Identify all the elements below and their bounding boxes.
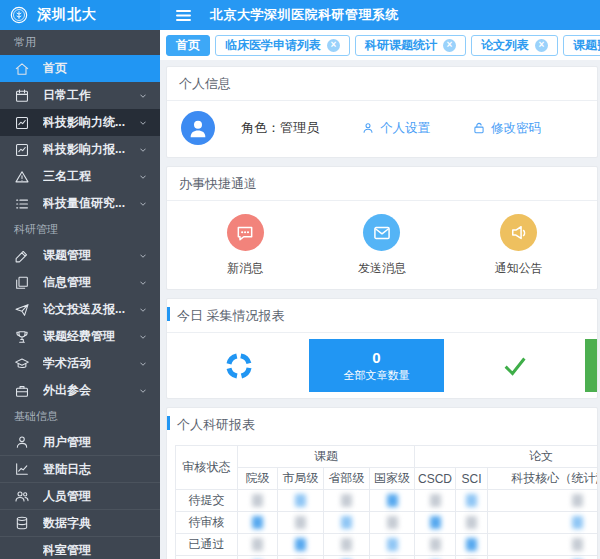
report-cell[interactable] — [324, 490, 370, 512]
tab-close-icon[interactable]: × — [327, 39, 340, 52]
sidebar-item-home[interactable]: 首页 — [0, 55, 160, 82]
quick-actions-row: 新消息发送消息通知公告 — [167, 201, 597, 289]
report-cell[interactable] — [278, 490, 324, 512]
database-icon — [14, 515, 30, 531]
sidebar-item-login-log[interactable]: 登陆日志 — [0, 456, 160, 483]
quick-action-send-message[interactable]: 发送消息 — [327, 214, 437, 277]
tab-label: 课题费用报表 — [573, 37, 600, 54]
sidebar-item-tech-influence-report[interactable]: 科技影响力报... — [0, 136, 160, 163]
sidebar-item-outgoing-meetings[interactable]: 外出参会 — [0, 377, 160, 404]
profile-body: 角色：管理员 个人设置 — [167, 101, 597, 157]
chevron-down-icon — [138, 251, 148, 261]
menu-toggle-icon[interactable] — [175, 9, 192, 22]
sidebar-item-project-mgmt[interactable]: 课题管理 — [0, 242, 160, 269]
stat-collect-success[interactable] — [447, 339, 582, 392]
section-accent-bar — [167, 307, 170, 321]
report-cell[interactable] — [238, 490, 278, 512]
sidebar: 常用首页日常工作科技影响力统...科技影响力报...三名工程科技量值研究...科… — [0, 30, 160, 559]
report-cell[interactable] — [415, 512, 456, 534]
report-cell[interactable] — [324, 512, 370, 534]
report-cell[interactable] — [238, 556, 278, 559]
tab-home[interactable]: 首页 — [166, 35, 210, 56]
sidebar-item-user-mgmt[interactable]: 用户管理 — [0, 429, 160, 456]
today-stats-row: 0 全部文章数量 — [167, 333, 597, 398]
report-cell[interactable] — [370, 512, 415, 534]
sidebar-item-data-dictionary[interactable]: 数据字典 — [0, 510, 160, 537]
report-col-header: 省部级 — [324, 468, 370, 490]
megaphone-icon — [500, 214, 537, 251]
blurred-value — [572, 516, 583, 529]
quick-action-new-message[interactable]: 新消息 — [190, 214, 300, 277]
table-row: 待审核 — [176, 512, 598, 534]
quick-action-label: 新消息 — [227, 260, 263, 277]
brand[interactable]: 深圳北大 — [0, 0, 160, 30]
blurred-value — [466, 538, 477, 551]
report-cell[interactable] — [238, 534, 278, 556]
pencil-icon — [14, 248, 30, 264]
chevron-down-icon — [138, 145, 148, 155]
tab-close-icon[interactable]: × — [443, 39, 456, 52]
sidebar-item-personnel-mgmt[interactable]: 人员管理 — [0, 483, 160, 510]
sidebar-item-label: 科技影响力报... — [43, 141, 138, 158]
sidebar-item-info-mgmt[interactable]: 信息管理 — [0, 269, 160, 296]
report-cell[interactable] — [488, 512, 598, 534]
stat-collecting-spinner[interactable] — [171, 339, 306, 392]
report-cell[interactable] — [370, 534, 415, 556]
sidebar-item-label: 用户管理 — [43, 434, 148, 451]
report-cell[interactable] — [488, 556, 598, 559]
report-cell[interactable] — [370, 556, 415, 559]
report-cell[interactable] — [456, 490, 488, 512]
list-icon — [14, 196, 30, 212]
sidebar-item-department-mgmt[interactable]: 科室管理 — [0, 537, 160, 559]
report-cell[interactable] — [238, 512, 278, 534]
blurred-value — [572, 538, 583, 551]
report-cell[interactable] — [488, 490, 598, 512]
app-title: 北京大学深圳医院科研管理系统 — [210, 6, 399, 24]
tab-paper-list[interactable]: 论文列表× — [471, 35, 558, 56]
personal-settings-link[interactable]: 个人设置 — [361, 120, 430, 137]
change-password-link[interactable]: 修改密码 — [472, 120, 541, 137]
sidebar-item-tech-value-research[interactable]: 科技量值研究... — [0, 190, 160, 217]
sidebar-item-paper-submission[interactable]: 论文投送及报... — [0, 296, 160, 323]
report-cell[interactable] — [278, 556, 324, 559]
report-cell[interactable] — [415, 556, 456, 559]
sidebar-item-label: 科技量值研究... — [43, 195, 138, 212]
stat-label: 全部文章数量 — [344, 368, 410, 383]
report-cell[interactable] — [370, 490, 415, 512]
hospital-logo-icon — [9, 5, 29, 25]
sidebar-item-three-famous-project[interactable]: 三名工程 — [0, 163, 160, 190]
sidebar-item-project-funds[interactable]: 课题经费管理 — [0, 323, 160, 350]
check-icon — [500, 351, 530, 381]
sidebar-section-header: 基础信息 — [0, 404, 160, 429]
row-status-label: 待审核 — [176, 512, 238, 534]
report-cell[interactable] — [456, 556, 488, 559]
report-cell[interactable] — [415, 490, 456, 512]
report-cell[interactable] — [278, 534, 324, 556]
blurred-value — [252, 516, 263, 529]
tab-close-icon[interactable]: × — [535, 39, 548, 52]
tab-clinical-medicine-applications[interactable]: 临床医学申请列表× — [215, 35, 350, 56]
report-col-header: CSCD — [415, 468, 456, 490]
sidebar-item-tech-influence-stats[interactable]: 科技影响力统... — [0, 109, 160, 136]
stat-total-articles[interactable]: 0 全部文章数量 — [309, 339, 444, 392]
app-root: 深圳北大 北京大学深圳医院科研管理系统 常用首页日常工作科技影响力统...科技影… — [0, 0, 600, 559]
trophy-icon — [14, 329, 30, 345]
report-cell[interactable] — [324, 556, 370, 559]
calendar-icon — [14, 88, 30, 104]
quick-action-notice-announcement[interactable]: 通知公告 — [464, 214, 574, 277]
report-cell[interactable] — [456, 534, 488, 556]
report-cell[interactable] — [456, 512, 488, 534]
report-cell[interactable] — [415, 534, 456, 556]
sidebar-item-academic-activity[interactable]: 学术活动 — [0, 350, 160, 377]
tab-research-project-stats[interactable]: 科研课题统计× — [355, 35, 466, 56]
blank-icon — [14, 542, 30, 558]
report-cell[interactable] — [278, 512, 324, 534]
lock-icon — [472, 121, 486, 135]
tab-bar: 首页临床医学申请列表×科研课题统计×论文列表×课题费用报表×用户列表× — [160, 30, 600, 60]
sidebar-item-daily-work[interactable]: 日常工作 — [0, 82, 160, 109]
report-col-header: 市局级 — [278, 468, 324, 490]
chevron-down-icon — [138, 359, 148, 369]
tab-project-fee-report[interactable]: 课题费用报表× — [563, 35, 600, 56]
report-cell[interactable] — [488, 534, 598, 556]
report-cell[interactable] — [324, 534, 370, 556]
